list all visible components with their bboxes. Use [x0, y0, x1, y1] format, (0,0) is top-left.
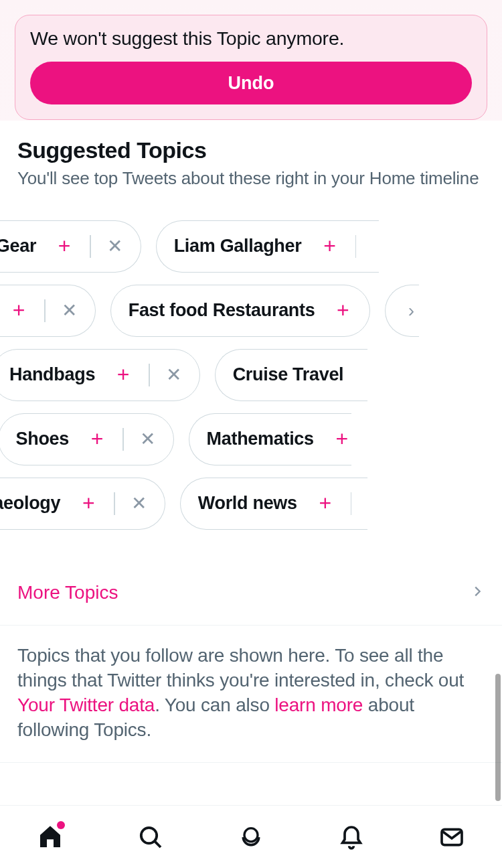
topic-pill-handbags[interactable]: Handbags + ✕: [0, 349, 200, 401]
dismiss-icon[interactable]: ✕: [140, 428, 156, 450]
svg-point-0: [141, 827, 157, 843]
svg-point-2: [244, 828, 258, 841]
add-icon[interactable]: +: [55, 234, 74, 259]
tab-messages[interactable]: [433, 818, 471, 856]
topic-pills-area: Top Gear + ✕ Liam Gallagher + g + ✕ Fast…: [0, 220, 502, 542]
more-topics-link[interactable]: More Topics: [0, 561, 502, 626]
suggested-subtitle: You'll see top Tweets about these right …: [17, 167, 485, 190]
pill-divider: [90, 235, 91, 258]
topic-pill-partial[interactable]: g + ✕: [0, 285, 96, 337]
info-text-2: . You can also: [155, 695, 274, 715]
svg-line-1: [155, 841, 161, 847]
topic-row: Top Gear + ✕ Liam Gallagher +: [0, 220, 502, 273]
tab-search[interactable]: [132, 818, 169, 856]
add-icon[interactable]: +: [333, 427, 351, 451]
tab-notifications[interactable]: [333, 818, 370, 856]
topic-pill-partial[interactable]: ›: [385, 285, 419, 337]
chevron-right-icon[interactable]: ›: [403, 300, 419, 321]
topic-label: World news: [198, 493, 297, 514]
topic-pill-liam-gallagher[interactable]: Liam Gallagher +: [156, 220, 379, 273]
add-icon[interactable]: +: [316, 491, 335, 516]
tab-home[interactable]: [31, 818, 69, 856]
topic-pill-top-gear[interactable]: Top Gear + ✕: [0, 220, 141, 273]
notification-dot-icon: [57, 821, 65, 829]
topic-pill-mathematics[interactable]: Mathematics +: [189, 413, 351, 465]
add-icon[interactable]: +: [333, 298, 352, 323]
dismiss-icon[interactable]: ✕: [107, 235, 123, 257]
bottom-tab-bar: [0, 805, 502, 868]
info-text-1: Topics that you follow are shown here. T…: [17, 645, 464, 691]
chevron-right-icon: [470, 584, 485, 601]
bell-icon: [338, 824, 365, 851]
topic-label: Handbags: [9, 364, 95, 385]
topic-pill-shoes[interactable]: Shoes + ✕: [0, 413, 174, 465]
topic-pill-world-news[interactable]: World news +: [180, 478, 368, 530]
scrollbar[interactable]: [495, 674, 501, 801]
topic-row: Archaeology + ✕ World news +: [0, 478, 502, 530]
topic-pill-cruise-travel[interactable]: Cruise Travel: [215, 349, 368, 401]
dismiss-icon[interactable]: ✕: [166, 364, 182, 386]
topic-row: ✕ Handbags + ✕ Cruise Travel: [0, 349, 502, 401]
add-icon[interactable]: +: [79, 491, 98, 516]
topic-row: ✕ Shoes + ✕ Mathematics +: [0, 413, 502, 465]
topic-label: Cruise Travel: [233, 364, 344, 385]
more-topics-label: More Topics: [17, 582, 118, 603]
topic-label: Top Gear: [0, 236, 36, 257]
add-icon[interactable]: +: [114, 362, 133, 387]
topic-label: Mathematics: [207, 429, 314, 449]
dismiss-icon[interactable]: ✕: [131, 492, 147, 514]
pill-divider: [114, 492, 115, 515]
add-icon[interactable]: +: [9, 298, 28, 323]
dismiss-icon[interactable]: ✕: [62, 299, 78, 321]
topic-pill-fast-food[interactable]: Fast food Restaurants +: [110, 285, 371, 337]
add-icon[interactable]: +: [321, 234, 339, 259]
suggested-title: Suggested Topics: [17, 137, 485, 163]
info-paragraph: Topics that you follow are shown here. T…: [0, 626, 502, 764]
your-twitter-data-link[interactable]: Your Twitter data: [17, 695, 155, 715]
topic-label: Liam Gallagher: [174, 236, 302, 257]
pill-divider: [149, 364, 150, 386]
notice-message: We won't suggest this Topic anymore.: [30, 27, 472, 50]
pill-divider: [351, 492, 352, 515]
envelope-icon: [438, 824, 465, 851]
learn-more-link[interactable]: learn more: [274, 695, 363, 715]
pill-divider: [122, 428, 124, 451]
pill-divider: [355, 235, 357, 258]
topic-label: Archaeology: [0, 493, 60, 514]
microphone-icon: [238, 824, 264, 851]
undo-notice-card: We won't suggest this Topic anymore. Und…: [15, 15, 487, 120]
undo-button[interactable]: Undo: [30, 62, 472, 104]
add-icon[interactable]: +: [88, 427, 106, 451]
topic-label: Fast food Restaurants: [129, 300, 315, 321]
suggested-topics-header: Suggested Topics You'll see top Tweets a…: [0, 120, 502, 195]
pill-divider: [44, 299, 46, 322]
topic-pill-archaeology[interactable]: Archaeology + ✕: [0, 478, 165, 530]
topic-label: Shoes: [16, 429, 70, 449]
tab-spaces[interactable]: [232, 818, 270, 856]
search-icon: [137, 824, 164, 851]
topic-row: g + ✕ Fast food Restaurants + ›: [0, 285, 502, 337]
